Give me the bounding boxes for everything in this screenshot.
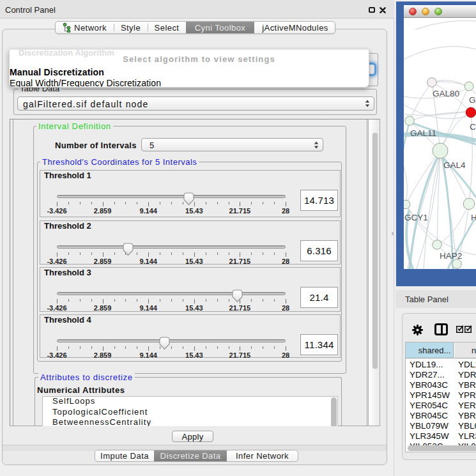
svg-text:GAL80: GAL80 (433, 89, 459, 98)
svg-text:GCY1: GCY1 (404, 213, 428, 222)
svg-text:C: C (470, 122, 476, 132)
svg-text:HAP2: HAP2 (440, 251, 462, 261)
svg-text:GAL4: GAL4 (443, 160, 466, 170)
svg-text:H: H (471, 213, 476, 222)
svg-text:GAL11: GAL11 (410, 128, 436, 138)
svg-text:GA: GA (469, 95, 476, 105)
